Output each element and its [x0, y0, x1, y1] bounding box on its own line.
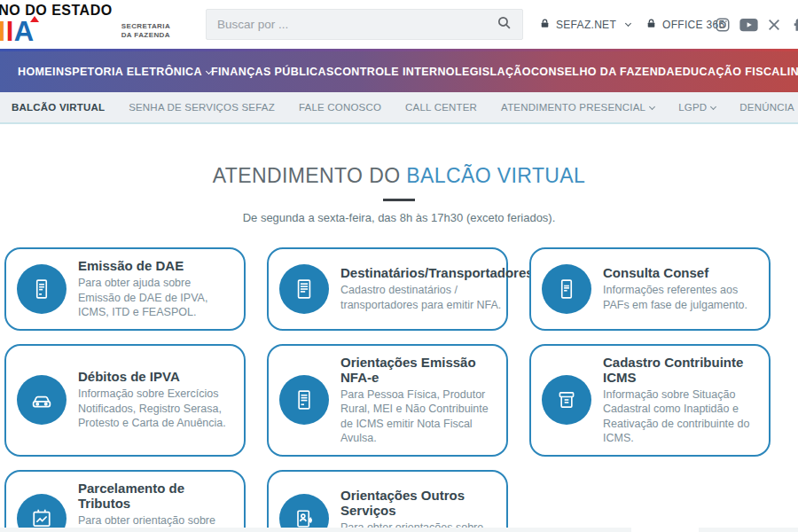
- page-title-gray: ATENDIMENTO DO: [213, 164, 401, 187]
- subnav-item-balcao-virtual[interactable]: BALCÃO VIRTUAL: [12, 102, 105, 113]
- card-description: Para Pessoa Física, Produtor Rural, MEI …: [340, 387, 496, 446]
- youtube-icon[interactable]: [739, 18, 758, 32]
- card-text: Orientações Outros Serviços Para obter o…: [340, 488, 496, 532]
- card-debitos-de-ipva[interactable]: Débitos de IPVA Informação sobre Exercíc…: [4, 344, 246, 457]
- card-title: Cadastro Contribuinte ICMS: [603, 355, 758, 385]
- card-description: Informação sobre Situação Cadastral como…: [603, 387, 758, 446]
- card-parcelamento-de-tributos[interactable]: Parcelamento de Tributos Para obter orie…: [4, 470, 246, 532]
- card-title: Orientações Emissão NFA-e: [340, 355, 496, 385]
- main-navigation: HOME INSPETORIA ELETRÔNICA FINANÇAS PÚBL…: [0, 51, 798, 92]
- card-description: Cadastro destinatários / transportadores…: [340, 283, 534, 312]
- archive-box-icon: [542, 375, 591, 425]
- card-cadastro-contribuinte-icms[interactable]: Cadastro Contribuinte ICMS Informação so…: [529, 344, 771, 457]
- nav-item-financas-publicas[interactable]: FINANÇAS PÚBLICAS: [211, 66, 334, 78]
- logo-brand-bahia: BAHIA: [0, 19, 113, 44]
- facebook-icon[interactable]: [790, 17, 798, 33]
- chevron-down-icon: [625, 20, 631, 27]
- logo-letter: H: [0, 16, 6, 47]
- card-text: Débitos de IPVA Informação sobre Exercíc…: [78, 369, 233, 431]
- header: GOVERNO DO ESTADO BAHIA SECRETARIA DA FA…: [0, 0, 798, 49]
- sefaz-net-link[interactable]: SEFAZ.NET: [539, 18, 630, 32]
- car-icon: [17, 375, 66, 425]
- secondary-navigation: BALCÃO VIRTUAL SENHA DE SERVIÇOS SEFAZ F…: [0, 92, 798, 124]
- card-destinatarios-transportadores[interactable]: Destinatários/Transportadores Cadastro d…: [267, 247, 508, 331]
- card-text: Destinatários/Transportadores Cadastro d…: [340, 265, 534, 312]
- sefaz-net-label: SEFAZ.NET: [556, 19, 616, 31]
- card-description: Informações referentes aos PAFs em fase …: [603, 283, 758, 312]
- card-description: Para obter ajuda sobre Emissão de DAE de…: [78, 276, 233, 320]
- document-list-icon: [279, 264, 329, 314]
- logo-flag-shape: [30, 16, 39, 22]
- subnav-item-senha-de-servicos-sefaz[interactable]: SENHA DE SERVIÇOS SEFAZ: [129, 102, 275, 113]
- card-consulta-consef[interactable]: Consulta Consef Informações referentes a…: [529, 247, 771, 331]
- social-links: [715, 0, 798, 49]
- card-orientacoes-emissao-nfae[interactable]: Orientações Emissão NFA-e Para Pessoa Fí…: [267, 344, 508, 457]
- main-content: ATENDIMENTO DO BALCÃO VIRTUAL De segunda…: [0, 164, 798, 532]
- subnav-item-call-center[interactable]: CALL CENTER: [405, 102, 477, 113]
- search-box[interactable]: [206, 9, 523, 40]
- footer-bar: [0, 528, 631, 532]
- card-title: Parcelamento de Tributos: [78, 481, 233, 511]
- logo-department: SECRETARIA DA FAZENDA: [121, 22, 170, 44]
- office-365-link[interactable]: OFFICE 365: [645, 18, 724, 32]
- card-orientacoes-outros-servicos[interactable]: Orientações Outros Serviços Para obter o…: [267, 470, 508, 532]
- logo-letter: I: [6, 16, 14, 47]
- service-cards-grid: Emissão de DAE Para obter ajuda sobre Em…: [4, 247, 771, 532]
- receipt-icon: [17, 264, 66, 314]
- invoice-icon: [279, 375, 329, 425]
- card-text: Cadastro Contribuinte ICMS Informação so…: [603, 355, 758, 446]
- page-title-blue: BALCÃO VIRTUAL: [406, 164, 585, 187]
- document-icon: [542, 264, 591, 314]
- logo-text-block: GOVERNO DO ESTADO BAHIA: [0, 3, 113, 44]
- card-text: Parcelamento de Tributos Para obter orie…: [78, 481, 233, 532]
- card-title: Consulta Consef: [603, 265, 758, 280]
- nav-item-institucional[interactable]: INSTITUCIONAL: [787, 66, 798, 78]
- card-description: Informação sobre Exercícios Notificados,…: [78, 387, 233, 431]
- card-text: Orientações Emissão NFA-e Para Pessoa Fí…: [340, 355, 496, 446]
- subnav-item-denuncia[interactable]: DENÚNCIA: [739, 102, 794, 113]
- card-text: Consulta Consef Informações referentes a…: [603, 265, 758, 312]
- lock-icon: [645, 18, 657, 32]
- account-links: SEFAZ.NET OFFICE 365: [539, 0, 724, 49]
- card-title: Emissão de DAE: [78, 258, 233, 273]
- subnav-item-atendimento-presencial[interactable]: ATENDIMENTO PRESENCIAL: [501, 102, 654, 113]
- chevron-down-icon: [649, 104, 655, 110]
- person-document-icon: [279, 494, 329, 532]
- chevron-down-icon: [710, 104, 716, 110]
- nav-item-home[interactable]: HOME: [18, 66, 52, 78]
- lock-icon: [539, 18, 551, 32]
- bahia-government-logo[interactable]: GOVERNO DO ESTADO BAHIA SECRETARIA DA FA…: [0, 3, 170, 44]
- nav-item-legislacao[interactable]: LEGISLAÇÃO: [455, 66, 531, 78]
- search-icon[interactable]: [497, 15, 512, 34]
- subnav-item-fale-conosco[interactable]: FALE CONOSCO: [299, 102, 381, 113]
- nav-item-educacao-fiscal[interactable]: EDUCAÇÃO FISCAL: [675, 66, 787, 78]
- title-divider: [383, 199, 415, 201]
- card-emissao-de-dae[interactable]: Emissão de DAE Para obter ajuda sobre Em…: [4, 247, 246, 331]
- footer-bar: [699, 528, 798, 532]
- nav-item-controle-interno[interactable]: CONTROLE INTERNO: [334, 66, 455, 78]
- card-title: Orientações Outros Serviços: [340, 488, 496, 518]
- instagram-icon[interactable]: [715, 17, 731, 33]
- nav-item-inspetoria-eletronica[interactable]: INSPETORIA ELETRÔNICA: [52, 66, 211, 78]
- subnav-item-lgpd[interactable]: LGPD: [678, 102, 716, 113]
- search-input[interactable]: [217, 18, 497, 31]
- schedule-text: De segunda a sexta-feira, das 8h às 17h3…: [0, 211, 798, 224]
- card-title: Destinatários/Transportadores: [340, 265, 534, 280]
- page-title: ATENDIMENTO DO BALCÃO VIRTUAL: [0, 164, 798, 188]
- chart-document-icon: [17, 494, 66, 532]
- nav-item-conselho-da-fazenda[interactable]: CONSELHO DA FAZENDA: [531, 66, 675, 78]
- x-twitter-icon[interactable]: [767, 18, 781, 32]
- card-text: Emissão de DAE Para obter ajuda sobre Em…: [78, 258, 233, 320]
- card-title: Débitos de IPVA: [78, 369, 233, 384]
